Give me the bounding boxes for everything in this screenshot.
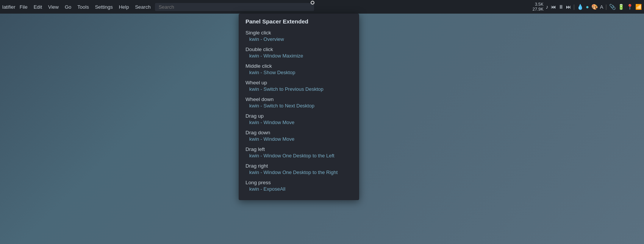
separator2-icon: | (605, 4, 607, 10)
label-drag-up: Drag up (245, 113, 352, 119)
clip-icon[interactable]: 📎 (609, 4, 616, 10)
taskbar: latifier File Edit View Go Tools Setting… (0, 0, 644, 14)
panel-title: Panel Spacer Extended (239, 18, 359, 28)
label-long-press: Long press (245, 180, 352, 185)
color-drop-icon[interactable]: 💧 (577, 4, 583, 10)
palette-icon[interactable]: 🎨 (591, 4, 598, 10)
section-single-click: Single click kwin - Overview (239, 28, 359, 45)
taskbar-right: 3.5K 27.9K ♪ ⏮ ⏸ ⏭ | 💧 ● 🎨 A | 📎 🔋 📍 📶 (533, 2, 642, 12)
value-middle-click: kwin - Show Desktop (245, 70, 352, 75)
label-single-click: Single click (245, 30, 352, 36)
value-drag-down: kwin - Window Move (245, 136, 352, 142)
battery-icon[interactable]: 🔋 (618, 4, 624, 10)
section-drag-right: Drag right kwin - Window One Desktop to … (239, 162, 359, 178)
value-double-click: kwin - Window Maximize (245, 53, 352, 59)
section-drag-down: Drag down kwin - Window Move (239, 128, 359, 145)
music-icon[interactable]: ♪ (546, 4, 549, 10)
sys-info-line1: 3.5K (533, 2, 544, 7)
section-wheel-up: Wheel up kwin - Switch to Previous Deskt… (239, 78, 359, 95)
location-icon[interactable]: 📍 (627, 4, 633, 10)
menu-edit[interactable]: Edit (32, 3, 44, 11)
section-wheel-down: Wheel down kwin - Switch to Next Desktop (239, 95, 359, 112)
label-drag-down: Drag down (245, 130, 352, 135)
menu-file[interactable]: File (18, 3, 30, 11)
section-long-press: Long press kwin - ExposeAll (239, 178, 359, 195)
font-icon[interactable]: A (600, 4, 603, 10)
value-drag-right: kwin - Window One Desktop to the Right (245, 169, 352, 175)
sys-info: 3.5K 27.9K (533, 2, 544, 12)
dropdown-panel: Panel Spacer Extended Single click kwin … (239, 14, 359, 200)
next-icon[interactable]: ⏭ (566, 4, 571, 10)
label-drag-right: Drag right (245, 163, 352, 169)
label-double-click: Double click (245, 47, 352, 52)
separator1-icon: | (574, 4, 575, 10)
taskbar-left: latifier File Edit View Go Tools Setting… (2, 3, 531, 11)
label-drag-left: Drag left (245, 146, 352, 152)
value-drag-left: kwin - Window One Desktop to the Left (245, 153, 352, 159)
value-long-press: kwin - ExposeAll (245, 186, 352, 192)
value-wheel-down: kwin - Switch to Next Desktop (245, 103, 352, 109)
section-middle-click: Middle click kwin - Show Desktop (239, 62, 359, 78)
search-input[interactable] (155, 3, 314, 11)
menu-settings[interactable]: Settings (93, 3, 115, 11)
pause-icon[interactable]: ⏸ (558, 4, 564, 10)
sys-info-line2: 27.9K (533, 7, 544, 12)
menu-view[interactable]: View (46, 3, 61, 11)
label-wheel-down: Wheel down (245, 96, 352, 102)
circle-icon[interactable]: ● (586, 4, 589, 10)
section-double-click: Double click kwin - Window Maximize (239, 45, 359, 62)
value-single-click: kwin - Overview (245, 36, 352, 42)
section-drag-left: Drag left kwin - Window One Desktop to t… (239, 145, 359, 162)
value-wheel-up: kwin - Switch to Previous Desktop (245, 86, 352, 92)
wifi-icon[interactable]: 📶 (635, 4, 642, 10)
value-drag-up: kwin - Window Move (245, 120, 352, 125)
prev-icon[interactable]: ⏮ (551, 4, 556, 10)
menu-search[interactable]: Search (133, 3, 152, 11)
label-middle-click: Middle click (245, 63, 352, 69)
app-name: latifier (2, 4, 16, 10)
menu-go[interactable]: Go (63, 3, 73, 11)
label-wheel-up: Wheel up (245, 80, 352, 85)
section-drag-up: Drag up kwin - Window Move (239, 112, 359, 128)
menu-help[interactable]: Help (117, 3, 131, 11)
menu-tools[interactable]: Tools (75, 3, 91, 11)
